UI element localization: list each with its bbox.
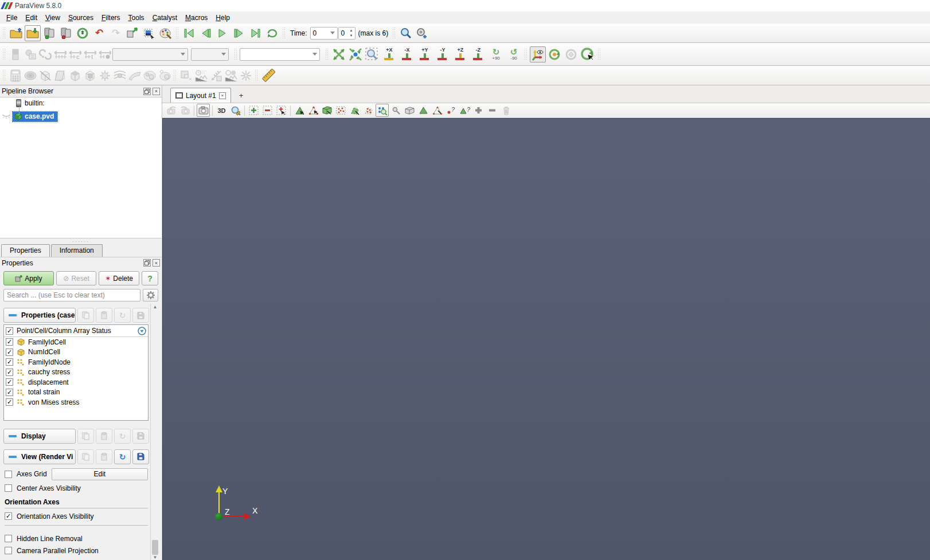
disconnect-server-icon[interactable]	[58, 25, 74, 41]
array-row-cauchy-stress[interactable]: ✓ cauchy stress	[4, 367, 148, 378]
array-row-familyidcell[interactable]: ✓ FamilyIdCell	[4, 337, 148, 347]
pipeline-item-builtin[interactable]: builtin:	[0, 97, 162, 109]
set-view-minus-z-icon[interactable]: -Z	[470, 46, 487, 63]
search-options-button[interactable]	[143, 289, 158, 301]
show-orientation-axes-icon[interactable]	[530, 46, 546, 62]
array-checkbox[interactable]: ✓	[6, 369, 13, 376]
use-separate-color-map-icon[interactable]	[38, 47, 52, 61]
reset-view-button[interactable]: ↻	[114, 449, 131, 464]
axes-grid-edit-button[interactable]: Edit	[52, 468, 148, 480]
select-points-through-icon[interactable]	[334, 104, 347, 117]
set-view-minus-y-icon[interactable]: -Y	[434, 46, 451, 63]
grow-selection-icon[interactable]	[472, 104, 485, 117]
array-checkbox[interactable]: ✓	[6, 358, 13, 366]
rescale-to-data-range-icon[interactable]	[53, 47, 67, 61]
connect-server-icon[interactable]	[41, 25, 57, 41]
scrollbar-track[interactable]	[151, 310, 159, 555]
section-properties-header[interactable]: Properties (case	[3, 308, 76, 323]
slice-filter-icon[interactable]	[53, 68, 67, 83]
rescale-to-temporal-range-icon[interactable]: t	[83, 47, 97, 61]
array-checkbox[interactable]: ✓	[6, 398, 13, 406]
first-frame-icon[interactable]	[181, 25, 197, 41]
reset-camera-icon[interactable]	[331, 46, 347, 62]
last-frame-icon[interactable]	[248, 25, 264, 41]
select-cells-polygon-icon[interactable]	[348, 104, 361, 117]
float-panel-icon[interactable]	[143, 88, 151, 95]
menu-tools[interactable]: Tools	[124, 13, 149, 23]
group-datasets-filter-icon[interactable]	[142, 68, 157, 83]
camera-parallel-projection-checkbox[interactable]	[5, 547, 12, 554]
select-points-on-surface-icon[interactable]	[307, 104, 320, 117]
representation-combo[interactable]	[240, 48, 320, 61]
array-row-familyidnode[interactable]: ✓ FamilyIdNode	[4, 357, 148, 367]
toolbar-grip[interactable]	[173, 69, 177, 82]
menu-catalyst[interactable]: Catalyst	[149, 13, 181, 23]
interactive-select-block-icon[interactable]	[431, 104, 444, 117]
copy-properties-button[interactable]	[77, 308, 94, 323]
orientation-axes-widget[interactable]: Y Z X	[212, 484, 258, 520]
menu-help[interactable]: Help	[212, 13, 234, 23]
camera-redo-icon[interactable]	[178, 104, 192, 117]
open-recent-file-icon[interactable]	[25, 25, 41, 41]
menu-sources[interactable]: Sources	[64, 13, 97, 23]
reset-button[interactable]: ⊘ Reset	[56, 271, 97, 285]
plot-over-time-filter-icon[interactable]	[194, 68, 208, 83]
hover-point-query-icon[interactable]: ?	[444, 104, 458, 117]
toggle-interaction-mode-3d[interactable]: 3D	[215, 104, 228, 117]
render-viewport[interactable]: Y Z X	[162, 118, 930, 560]
select-points-polygon-icon[interactable]	[362, 104, 375, 117]
select-cells-on-surface-icon[interactable]	[293, 104, 306, 117]
zoom-to-data-icon[interactable]	[398, 25, 414, 41]
glyph-filter-icon[interactable]	[97, 68, 112, 83]
orientation-axes-visibility-checkbox[interactable]: ✓	[5, 512, 12, 520]
reset-session-icon[interactable]	[75, 25, 91, 41]
auto-apply-icon[interactable]	[124, 25, 140, 41]
add-camera-link-icon[interactable]	[415, 25, 431, 41]
zoom-to-point-icon[interactable]	[347, 46, 364, 62]
extract-selection-filter-icon[interactable]	[179, 68, 193, 83]
center-axes-checkbox[interactable]	[5, 484, 12, 492]
toolbar-grip[interactable]	[255, 69, 259, 82]
close-panel-icon[interactable]: ×	[153, 259, 160, 267]
array-row-von-mises-stress[interactable]: ✓ von Mises stress	[4, 397, 148, 408]
open-file-icon[interactable]	[8, 25, 24, 41]
programmable-filter-icon[interactable]	[239, 68, 253, 83]
previous-frame-icon[interactable]	[198, 25, 214, 41]
show-center-of-rotation-icon[interactable]	[546, 46, 562, 62]
time-value-combo[interactable]: 0	[310, 27, 338, 40]
toolbar-grip[interactable]	[325, 48, 329, 61]
warp-by-vector-filter-icon[interactable]	[127, 68, 142, 83]
extract-time-steps-filter-icon[interactable]	[209, 68, 223, 83]
combo-dropdown-icon[interactable]	[138, 327, 146, 335]
rescale-to-visible-range-icon[interactable]	[97, 47, 112, 61]
set-view-plus-z-icon[interactable]: +Z	[452, 46, 469, 63]
array-checkbox[interactable]: ✓	[6, 378, 13, 386]
edit-color-map-icon[interactable]	[23, 47, 37, 61]
color-by-array-combo[interactable]	[112, 48, 188, 61]
toolbar-grip[interactable]	[597, 48, 601, 61]
adjust-camera-icon[interactable]	[229, 104, 242, 117]
spinner-arrows-icon[interactable]: ▲▼	[349, 28, 354, 38]
pick-center-of-rotation-icon[interactable]	[580, 46, 596, 62]
add-layout-tab[interactable]: +	[232, 88, 251, 103]
hidden-line-removal-checkbox[interactable]	[5, 535, 12, 542]
menu-edit[interactable]: Edit	[21, 13, 41, 23]
toolbar-grip[interactable]	[2, 69, 6, 82]
subtract-selection-icon[interactable]	[261, 104, 274, 117]
paste-view-button[interactable]	[96, 449, 112, 464]
help-button[interactable]: ?	[142, 271, 158, 285]
add-selection-icon[interactable]	[247, 104, 260, 117]
camera-undo-icon[interactable]	[165, 104, 178, 117]
zoom-to-box-icon[interactable]	[364, 46, 380, 62]
array-row-displacement[interactable]: ✓ displacement	[4, 377, 148, 387]
scroll-down-icon[interactable]: ▼	[153, 555, 158, 560]
calculator-filter-icon[interactable]	[8, 68, 22, 83]
toggle-selection-icon[interactable]	[275, 104, 288, 117]
toolbar-grip[interactable]	[282, 27, 286, 40]
hover-points-tooltip-icon[interactable]	[389, 104, 403, 117]
save-view-defaults-button[interactable]	[132, 449, 149, 464]
copy-display-button[interactable]	[77, 429, 94, 444]
shrink-selection-icon[interactable]	[486, 104, 499, 117]
array-status-header-row[interactable]: ✓ Point/Cell/Column Array Status	[4, 325, 148, 337]
color-palette-icon[interactable]	[158, 25, 174, 41]
